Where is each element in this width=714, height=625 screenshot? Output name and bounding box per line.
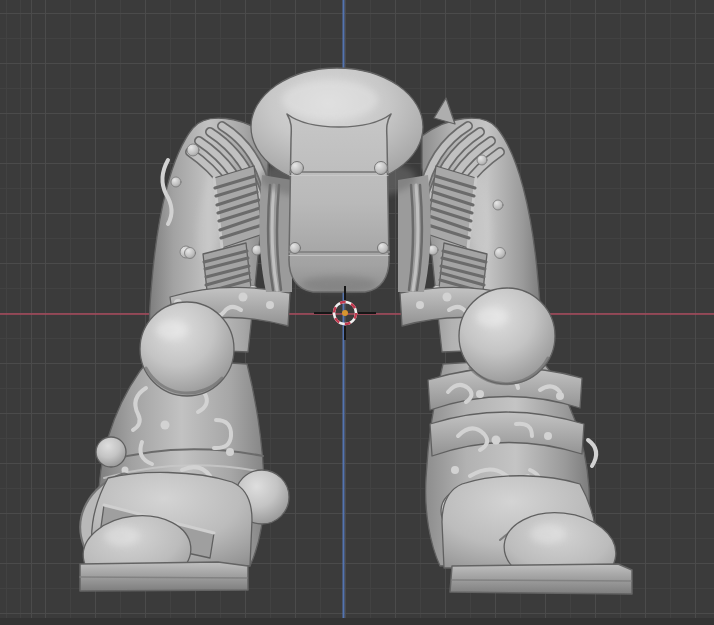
mesh-armored-legs[interactable] <box>80 68 632 594</box>
left-rib-vent-upper <box>214 166 263 248</box>
left-boot-sole <box>80 562 248 591</box>
right-hip-fin <box>434 98 455 124</box>
viewport-canvas <box>0 0 714 625</box>
pelvis <box>251 68 431 292</box>
cursor-origin-dot <box>342 310 348 316</box>
3d-cursor <box>314 286 376 340</box>
groin-plate <box>287 114 391 292</box>
3d-viewport[interactable] <box>0 0 714 625</box>
right-leg <box>400 98 632 594</box>
right-rib-vent-upper <box>427 166 476 248</box>
left-side-ball <box>96 437 126 467</box>
left-leg <box>80 118 290 593</box>
right-boot-sole <box>450 564 632 594</box>
viewport-bottom-edge <box>0 618 714 625</box>
